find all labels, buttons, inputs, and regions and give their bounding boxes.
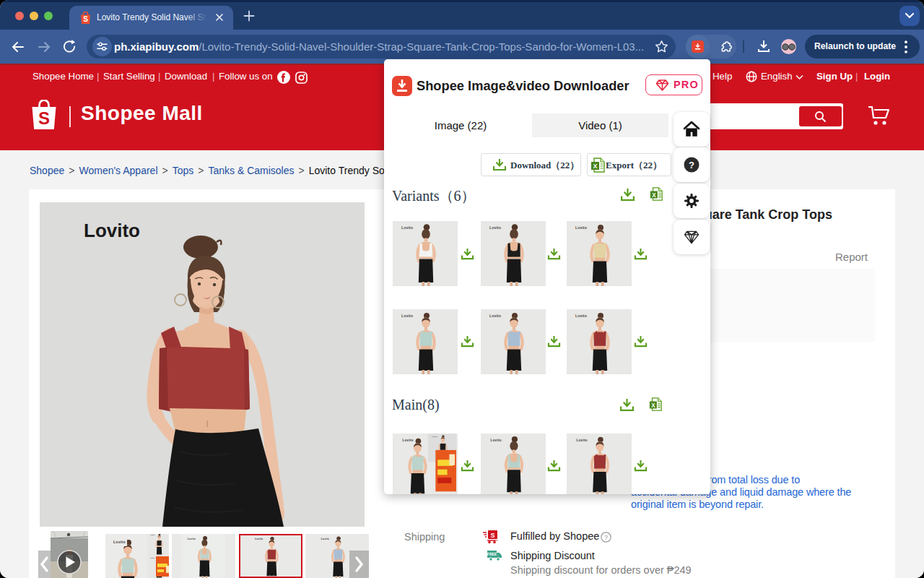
- svg-text:Lovito: Lovito: [84, 220, 140, 241]
- svg-text:X: X: [593, 163, 597, 170]
- svg-text:Lovito: Lovito: [402, 439, 413, 442]
- svg-text:S: S: [490, 532, 494, 539]
- svg-text:S: S: [38, 108, 50, 128]
- svg-text:X: X: [651, 402, 655, 409]
- svg-text:S: S: [83, 15, 88, 23]
- svg-text:?: ?: [604, 534, 608, 541]
- svg-text:FREE: FREE: [487, 552, 497, 556]
- svg-text:?: ?: [689, 160, 694, 171]
- svg-text:X: X: [652, 192, 656, 199]
- svg-text:Lovito: Lovito: [113, 540, 126, 544]
